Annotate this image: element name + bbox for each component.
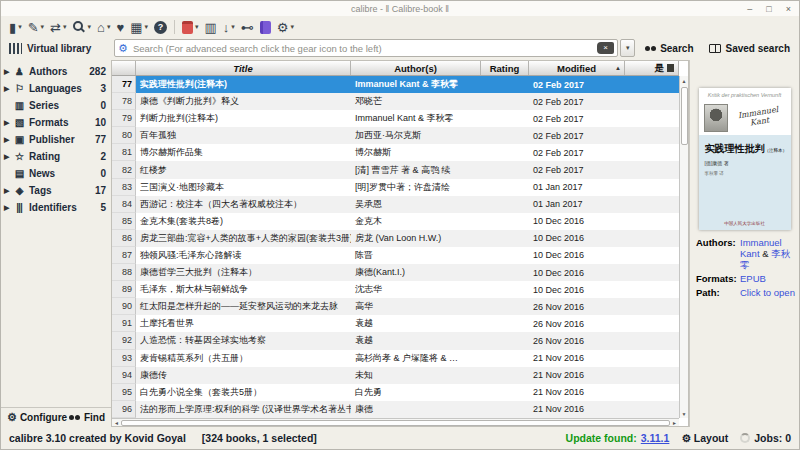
cell-authors[interactable]: 吴承恩 [351, 196, 481, 213]
table-row[interactable]: 84 西游记：校注本（四大名著权威校注本） 吴承恩 01 Jan 2017 [112, 196, 679, 213]
format-link[interactable]: EPUB [740, 274, 766, 285]
cell-modified[interactable]: 02 Feb 2017 [529, 76, 625, 93]
cell-extra[interactable] [625, 298, 679, 315]
preferences-button[interactable]: ⚙ ▾ [274, 17, 297, 37]
cell-authors[interactable]: 陈晋 [351, 247, 481, 264]
cell-rating[interactable] [481, 196, 529, 213]
saved-search-button[interactable]: Saved search [704, 43, 796, 54]
column-header-authors[interactable]: Author(s) [351, 61, 481, 75]
cell-modified[interactable]: 10 Dec 2016 [529, 264, 625, 281]
cell-authors[interactable]: 康德(Kant.I.) [351, 264, 481, 281]
chevron-down-icon[interactable]: ▾ [41, 23, 45, 31]
cell-title[interactable]: 百年孤独 [136, 127, 351, 144]
save-to-disk-button[interactable]: ↓ ▾ [220, 17, 238, 37]
cell-modified[interactable]: 02 Feb 2017 [529, 161, 625, 178]
sidebar-item[interactable]: ▶ ◈ Tags 17 [1, 182, 111, 199]
table-row[interactable]: 86 房龙三部曲:宽容+人类的故事+人类的家园(套装共3册) (时光文库) 房龙… [112, 230, 679, 247]
table-row[interactable]: 94 康德传 未知 21 Nov 2016 [112, 367, 679, 384]
edit-book-button[interactable] [257, 17, 274, 37]
cell-authors[interactable]: [明]罗贯中著；许盘清绘 [351, 179, 481, 196]
cell-modified[interactable]: 21 Nov 2016 [529, 367, 625, 384]
cell-rating[interactable] [481, 110, 529, 127]
edit-metadata-button[interactable]: ✎ ▾ [25, 17, 47, 37]
cell-title[interactable]: 博尔赫斯作品集 [136, 144, 351, 161]
cell-extra[interactable] [625, 127, 679, 144]
search-input[interactable]: ⚙ Search (For advanced search click the … [114, 39, 618, 57]
cell-extra[interactable] [625, 213, 679, 230]
path-link[interactable]: Click to open [740, 288, 795, 299]
cell-title[interactable]: 康德传 [136, 367, 351, 384]
cell-authors[interactable]: 高华 [351, 298, 481, 315]
cell-authors[interactable]: 金克木 [351, 213, 481, 230]
column-header-rating[interactable]: Rating [481, 61, 529, 75]
add-books-button[interactable]: ▮ ▾ [6, 17, 25, 37]
cell-extra[interactable] [625, 247, 679, 264]
chevron-down-icon[interactable]: ▾ [290, 23, 294, 31]
cell-modified[interactable]: 26 Nov 2016 [529, 315, 625, 332]
expand-arrow-icon[interactable]: ▶ [4, 85, 12, 93]
scroll-down-icon[interactable]: ▼ [682, 409, 687, 418]
cell-extra[interactable] [625, 332, 679, 349]
cell-rating[interactable] [481, 161, 529, 178]
chevron-down-icon[interactable]: ▾ [231, 23, 235, 31]
table-row[interactable]: 77 实践理性批判(注释本) Immanuel Kant & 李秋零 02 Fe… [112, 76, 679, 93]
expand-arrow-icon[interactable]: ▶ [4, 187, 12, 195]
virtual-library-button[interactable]: Virtual library [5, 43, 109, 54]
cell-title[interactable]: 毛泽东，斯大林与朝鲜战争 [136, 281, 351, 298]
table-row[interactable]: 90 红太阳是怎样升起的——延安整风运动的来龙去脉 高华 26 Nov 2016 [112, 298, 679, 315]
cell-authors[interactable]: 未知 [351, 367, 481, 384]
cell-authors[interactable]: 沈志华 [351, 281, 481, 298]
table-row[interactable]: 81 博尔赫斯作品集 博尔赫斯 02 Feb 2017 [112, 144, 679, 161]
cell-modified[interactable]: 26 Nov 2016 [529, 298, 625, 315]
expand-arrow-icon[interactable]: ▶ [4, 68, 12, 76]
cell-authors[interactable]: 高杉尚孝 & 户塚隆将 & … [351, 350, 481, 367]
cell-modified[interactable]: 01 Jan 2017 [529, 196, 625, 213]
search-button[interactable]: Search [640, 43, 698, 54]
cell-title[interactable]: 麦肯锡精英系列（共五册） [136, 350, 351, 367]
column-header-modified[interactable]: Modified ▲ [529, 61, 625, 75]
sidebar-item[interactable]: ▶ ♟ Authors 282 [1, 63, 111, 80]
cell-title[interactable]: 实践理性批判(注释本) [136, 76, 351, 93]
sidebar-item[interactable]: ▶ ☆ Rating 2 [1, 148, 111, 165]
cell-extra[interactable] [625, 281, 679, 298]
cell-extra[interactable] [625, 196, 679, 213]
horizontal-scrollbar[interactable]: ◄ ► [112, 418, 679, 426]
cell-rating[interactable] [481, 350, 529, 367]
cell-modified[interactable]: 10 Dec 2016 [529, 213, 625, 230]
cell-authors[interactable]: 袁越 [351, 332, 481, 349]
cell-rating[interactable] [481, 401, 529, 418]
cell-modified[interactable]: 10 Dec 2016 [529, 247, 625, 264]
cell-extra[interactable] [625, 367, 679, 384]
cell-title[interactable]: 红楼梦 [136, 161, 351, 178]
column-header-extra[interactable]: 是 [625, 61, 679, 75]
search-gear-icon[interactable]: ⚙ [118, 42, 128, 55]
configure-button[interactable]: ⚙ Configure [7, 411, 67, 424]
cell-modified[interactable]: 21 Nov 2016 [529, 350, 625, 367]
table-row[interactable]: 78 康德《判断力批判》释义 邓晓芒 02 Feb 2017 [112, 93, 679, 110]
cell-rating[interactable] [481, 281, 529, 298]
cell-authors[interactable]: Immanuel Kant & 李秋零 [351, 110, 481, 127]
maximize-button[interactable]: □ [766, 4, 771, 14]
layout-button[interactable]: ⚙ Layout [681, 432, 728, 444]
cell-title[interactable]: 红太阳是怎样升起的——延安整风运动的来龙去脉 [136, 298, 351, 315]
cell-extra[interactable] [625, 93, 679, 110]
cell-extra[interactable] [625, 76, 679, 93]
update-version-link[interactable]: 3.11.1 [641, 432, 670, 444]
cell-rating[interactable] [481, 264, 529, 281]
find-button[interactable]: Find [69, 412, 105, 423]
scroll-left-icon[interactable]: ◄ [114, 420, 119, 426]
chevron-down-icon[interactable]: ▾ [63, 23, 67, 31]
remove-books-button[interactable]: ▾ [179, 17, 202, 37]
cell-modified[interactable]: 10 Dec 2016 [529, 230, 625, 247]
cell-authors[interactable]: 康德 [351, 401, 481, 418]
column-header-number[interactable] [112, 61, 136, 75]
cell-modified[interactable]: 10 Dec 2016 [529, 281, 625, 298]
cell-modified[interactable]: 26 Nov 2016 [529, 332, 625, 349]
cell-title[interactable]: 康德《判断力批判》释义 [136, 93, 351, 110]
view-button[interactable]: ▾ [70, 17, 95, 37]
cell-modified[interactable]: 21 Nov 2016 [529, 401, 625, 418]
scrollbar-thumb[interactable] [681, 87, 688, 145]
cell-title[interactable]: 人造恐慌：转基因全球实地考察 [136, 332, 351, 349]
table-row[interactable]: 79 判断力批判(注释本) Immanuel Kant & 李秋零 02 Feb… [112, 110, 679, 127]
chevron-down-icon[interactable]: ▾ [18, 23, 22, 31]
